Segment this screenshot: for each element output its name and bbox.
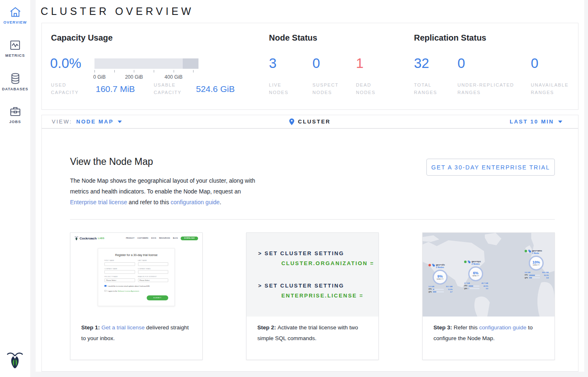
capacity-total: 36.6 GiB (542, 271, 549, 273)
used-capacity-label: USED CAPACITY (51, 81, 86, 96)
cpu-value: 52.3% (544, 274, 549, 276)
sql-statement: > SET CLUSTER SETTING (258, 283, 344, 289)
unavailable-ranges-label: UNAVAILABLE RANGES (531, 81, 576, 96)
divider (70, 219, 555, 220)
suspect-nodes-value: 0 (312, 56, 320, 71)
step1-card: Cockroach LABS PRODUCT CUSTOMERS DOCS RE… (70, 232, 203, 360)
qps-bar (433, 291, 444, 292)
mini-input (104, 262, 135, 266)
mini-input (104, 270, 135, 274)
step1-website-thumbnail: Cockroach LABS PRODUCT CUSTOMERS DOCS RE… (70, 233, 202, 317)
mini-cockroach-logo: Cockroach LABS (75, 236, 104, 241)
total-ranges-label: TOTAL RANGES (414, 81, 443, 96)
qps-label: QPS (464, 288, 468, 290)
get-trial-license-link[interactable]: Get a trial license (102, 324, 145, 331)
capacity-used: 3.2 GiB (428, 285, 434, 288)
cpu-bar (469, 285, 479, 287)
configuration-guide-link[interactable]: configuration guide (171, 199, 220, 205)
mini-optin-text: I would like to receive email updates ab… (108, 285, 150, 287)
cpu-label: CPU (525, 274, 528, 276)
capacity-used: 3.7 GiB (464, 282, 470, 284)
sql-setting: ENTERPRISE.LICENSE = (281, 292, 363, 299)
mini-form-title: Register for a 30-day trial license (104, 254, 168, 256)
node-count: 1 Node (532, 252, 539, 254)
mini-nav-item: RESOURCES (159, 237, 170, 239)
mini-nav-item: BLOG (173, 237, 178, 239)
under-replicated-ranges-value: 0 (457, 56, 465, 71)
cluster-summary-card: Capacity Usage 0.0% 0 GiB 200 GiB 400 Gi… (41, 23, 578, 110)
qps-bar (529, 277, 540, 278)
description-text: . (220, 199, 221, 205)
sidebar-item-label: DATABASES (2, 87, 29, 91)
capacity-percent: 10% (532, 260, 540, 264)
node-map-panel: View the Node Map The Node Map shows the… (41, 128, 578, 372)
mini-field-label: LAST NAME (138, 260, 169, 261)
mini-field-label: PROJECT PHASE (104, 276, 135, 278)
capacity-caption: CAPACITY (472, 275, 479, 277)
capacity-ring: 6% CAPACITY (468, 266, 483, 281)
qps-value: 4.7 (450, 291, 452, 293)
step3-label: Step 3: (433, 324, 454, 331)
view-bar: VIEW: NODE MAP CLUSTER LAST 10 MIN (41, 115, 578, 128)
live-nodes-label: LIVE NODES (269, 81, 298, 96)
sidebar-item-label: OVERVIEW (3, 20, 27, 24)
sidebar-item-metrics[interactable]: METRICS (0, 33, 30, 66)
time-range-dropdown[interactable]: LAST 10 MIN (510, 118, 578, 125)
view-label: VIEW: (52, 118, 72, 125)
unavailable-ranges-value: 0 (531, 56, 538, 71)
mini-nav-item: DOCS (151, 237, 156, 239)
map-pin-icon (289, 118, 294, 125)
qps-label: QPS (428, 291, 432, 293)
step3-nodemap-thumbnail: geo=sfo2 Nodes 9% CAPACITY 3.2 GiB35.1 G… (423, 233, 554, 317)
mini-select: Please Select (104, 278, 135, 282)
capacity-gauge-ticks (94, 70, 198, 73)
mini-select: Please Select (138, 278, 169, 282)
enterprise-trial-license-link[interactable]: Enterprise trial license (70, 199, 127, 205)
cockroach-bug-icon (75, 236, 78, 241)
cpu-bar (529, 275, 540, 276)
checkbox-checked-icon (104, 285, 106, 287)
capacity-used: 3.6 GiB (525, 271, 530, 273)
usable-capacity-label: USABLE CAPACITY (154, 81, 192, 96)
mini-optin-checkbox-row: I would like to receive email updates ab… (104, 285, 168, 287)
capacity-gauge: 0 GiB 200 GiB 400 GiB (94, 58, 198, 80)
capacity-caption: CAPACITY (532, 264, 540, 266)
node-map-description: The Node Map shows the geographical layo… (70, 175, 267, 208)
time-range-value: LAST 10 MIN (510, 118, 554, 125)
capacity-total: 43.7 GiB (482, 282, 488, 284)
mini-brand-name: Cockroach (80, 237, 97, 240)
total-ranges-value: 32 (414, 56, 429, 71)
mini-form-fields: FIRST NAME LAST NAME COMPANY NAME COMPAN… (104, 260, 168, 282)
capacity-percent: 9% (437, 274, 443, 278)
step3-caption: Step 3: Refer this configuration guide t… (423, 317, 554, 344)
mini-nav-item: CUSTOMERS (138, 237, 149, 239)
sidebar-item-databases[interactable]: DATABASES (0, 66, 30, 99)
sidebar-item-overview[interactable]: OVERVIEW (0, 0, 30, 33)
configuration-guide-link[interactable]: configuration guide (479, 324, 526, 331)
capacity-total: 35.1 GiB (446, 285, 452, 288)
used-capacity-value: 160.7 MiB (96, 84, 135, 94)
live-status-icon (525, 250, 527, 252)
usable-capacity-value: 524.6 GiB (196, 84, 235, 94)
cockroach-logo (7, 350, 23, 370)
checkbox-unchecked-icon (104, 290, 106, 292)
node-status-title: Node Status (269, 33, 317, 43)
mini-field-label: COMPANY NAME (104, 268, 135, 270)
mini-license-link: Software License Agreement. (118, 290, 139, 292)
step2-card: > SET CLUSTER SETTING CLUSTER.ORGANIZATI… (246, 232, 379, 360)
enterprise-trial-button[interactable]: GET A 30-DAY ENTERPRISE TRIAL (426, 159, 555, 176)
cpu-value: 11.0% (448, 288, 452, 290)
cpu-bar (433, 289, 444, 290)
dead-nodes-value: 1 (356, 56, 363, 71)
dead-nodes-label: DEAD NODES (356, 81, 382, 96)
node-cube-icon (467, 260, 471, 263)
view-selector-dropdown[interactable]: VIEW: NODE MAP (42, 118, 122, 125)
capacity-gauge-labels: 0 GiB 200 GiB 400 GiB (94, 74, 198, 80)
node-count: 2 Nodes (472, 263, 479, 265)
chevron-down-icon (558, 121, 562, 123)
gauge-tick-label: 200 GiB (125, 74, 143, 80)
sidebar-item-label: METRICS (5, 53, 25, 58)
under-replicated-ranges-label: UNDER-REPLICATED RANGES (457, 81, 524, 96)
sidebar-item-jobs[interactable]: JOBS (0, 99, 30, 133)
sidebar-item-label: JOBS (9, 120, 21, 124)
